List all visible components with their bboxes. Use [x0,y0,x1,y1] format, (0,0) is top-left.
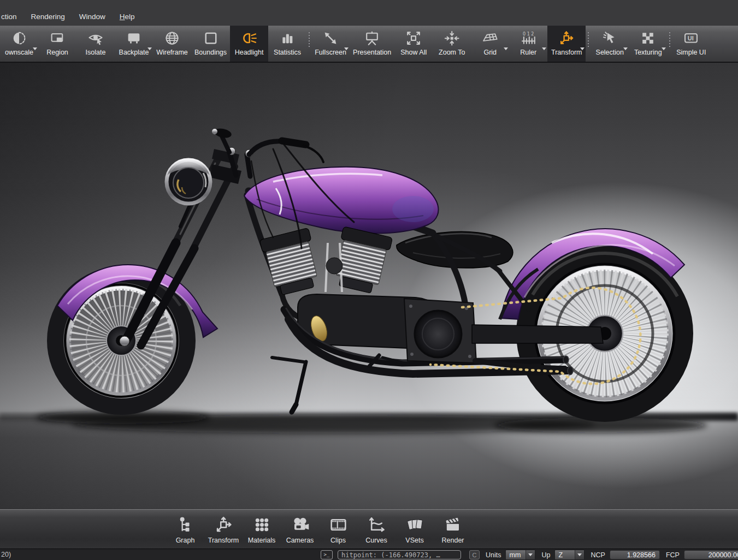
bottombar-button-graph[interactable]: Graph [167,511,203,544]
toolbar-button-selection[interactable]: Selection [591,26,629,62]
toolbar-separator [669,32,670,49]
fullscreen-icon [322,28,339,48]
menu-item-rendering[interactable]: Rendering [24,10,72,23]
zoom-to-icon [444,28,460,48]
units-dropdown-value: mm [506,551,526,559]
menu-item-help[interactable]: Help [113,10,142,23]
selection-icon [601,28,618,48]
bottombar-button-label: Materials [248,537,276,544]
toolbar-button-fullscreen[interactable]: Fullscreen [311,26,350,62]
dropdown-arrow-icon[interactable] [147,47,152,50]
toolbar-button-statistics[interactable]: Statistics [268,26,306,62]
motorcycle-model[interactable] [0,63,738,509]
toolbar-button-label: Transform [551,49,582,56]
toolbar-button-downscale[interactable]: ownscale [0,26,38,62]
toolbar-button-ruler[interactable]: 0 1 2 Ruler [509,26,547,62]
toolbar-button-simple-ui[interactable]: UI Simple UI [672,26,710,62]
dropdown-arrow-icon[interactable] [504,47,508,50]
toolbar-button-label: Headlight [235,49,264,56]
headlight-icon [241,28,257,48]
toolbar-button-grid[interactable]: Grid [471,26,509,62]
toolbar-button-label: Fullscreen [315,49,346,56]
svg-text:1: 1 [527,32,530,37]
bottombar-button-label: VSets [405,537,423,544]
boundings-icon [203,28,219,48]
console-output-field[interactable]: hitpoint: (-166.490723, … [338,550,461,559]
bottombar-button-materials[interactable]: Materials [244,511,280,544]
vsets-icon [405,513,424,537]
up-axis-dropdown[interactable]: Z [554,550,585,560]
toolbar-button-boundings[interactable]: Boundings [191,26,230,62]
statistics-icon [279,28,296,48]
menu-item-ction[interactable]: ction [0,10,24,23]
ncp-value-field[interactable]: 1.928566 [610,550,660,559]
svg-text:0: 0 [523,32,526,37]
dropdown-arrow-icon[interactable] [662,47,666,50]
up-axis-label: Up [541,551,550,559]
wireframe-icon [164,28,180,48]
status-left-text: 20) [1,551,11,558]
toolbar-button-texturing[interactable]: Texturing [629,26,667,62]
presentation-icon [364,28,380,48]
simple-ui-icon: UI [683,28,699,48]
materials-icon [252,513,271,537]
application-window: ction Rendering Window Help ownscale Reg… [0,0,738,560]
cameras-icon [291,513,310,537]
bottombar-button-label: Graph [176,537,195,544]
toolbar-button-label: Boundings [194,49,227,56]
toolbar-button-label: Statistics [274,49,301,56]
bottombar-button-label: Cameras [286,537,314,544]
svg-text:2: 2 [532,32,534,37]
dropdown-arrow-icon[interactable] [542,47,546,50]
bottombar-button-render[interactable]: Render [435,511,471,544]
dropdown-arrow-icon[interactable] [623,47,628,50]
menu-item-window[interactable]: Window [72,10,113,23]
region-icon [49,28,66,48]
toolbar-button-show-all[interactable]: Show All [394,26,433,62]
toolbar-button-isolate[interactable]: Isolate [76,26,115,62]
toolbar-button-label: Simple UI [676,49,706,56]
render-icon [444,513,463,537]
toolbar-button-headlight[interactable]: Headlight [230,26,268,62]
toolbar-button-label: Wireframe [156,49,188,56]
bottombar-button-vsets[interactable]: VSets [397,511,433,544]
toolbar-button-zoom-to[interactable]: Zoom To [433,26,471,62]
transform-icon [214,513,233,537]
toolbar-button-presentation[interactable]: Presentation [350,26,394,62]
units-dropdown[interactable]: mm [505,550,535,560]
viewport-3d[interactable] [0,63,738,509]
isolate-icon [87,28,104,48]
bottombar-button-curves[interactable]: Curves [358,511,394,544]
toolbar-button-label: Ruler [520,49,536,56]
toolbar-button-backplate[interactable]: Backplate [115,26,153,62]
terminal-icon[interactable]: >_ [321,550,333,559]
downscale-icon [11,28,27,48]
toolbar-button-wireframe[interactable]: Wireframe [153,26,191,62]
ruler-icon: 0 1 2 [520,28,536,48]
ncp-label: NCP [591,551,605,559]
up-axis-dropdown-value: Z [555,551,575,559]
kickstand[interactable] [272,358,306,412]
toolbar-button-label: Zoom To [439,49,465,56]
bottombar-button-transform[interactable]: Transform [205,511,241,544]
clear-console-button[interactable]: C [469,550,480,559]
toolbar-button-region[interactable]: Region [38,26,76,62]
dropdown-arrow-icon[interactable] [33,47,37,50]
bottombar-button-cameras[interactable]: Cameras [282,511,318,544]
dropdown-arrow-icon[interactable] [344,47,349,50]
texturing-icon [640,28,656,48]
fcp-value-field[interactable]: 200000.00 [684,550,738,559]
fuel-tank[interactable] [244,167,438,234]
bottombar-button-label: Curves [365,537,387,544]
bottombar-button-clips[interactable]: Clips [320,511,356,544]
toolbar-button-label: Texturing [634,49,662,56]
bottombar-button-label: Render [442,537,464,544]
chevron-down-icon[interactable] [526,550,535,559]
show-all-icon [405,28,422,48]
chevron-down-icon[interactable] [575,550,584,559]
toolbar-button-transform[interactable]: Transform [547,26,586,62]
clips-icon [329,513,348,537]
dropdown-arrow-icon[interactable] [580,47,585,50]
graph-icon [176,513,195,537]
toolbar-button-label: ownscale [5,49,33,56]
